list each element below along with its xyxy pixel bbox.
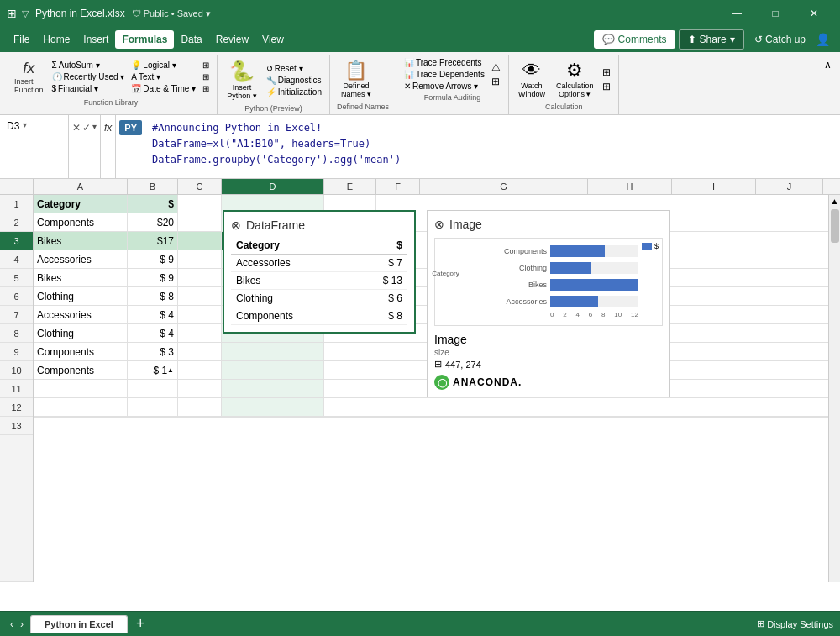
- calc-now-button[interactable]: ⊞: [600, 66, 613, 79]
- row-num-7[interactable]: 7: [0, 306, 33, 324]
- row-num-3[interactable]: 3: [0, 232, 33, 250]
- profile-button[interactable]: 👤: [812, 29, 833, 50]
- cell-a4[interactable]: Accessories: [34, 250, 128, 268]
- more-functions-button2[interactable]: ⊞: [200, 71, 212, 82]
- maximize-button[interactable]: □: [756, 0, 795, 27]
- datetime-button[interactable]: 📅 Date & Time ▾: [129, 83, 198, 94]
- calculation-options-button[interactable]: ⚙ CalculationOptions ▾: [552, 57, 598, 101]
- cell-a12[interactable]: [34, 398, 128, 416]
- logical-button[interactable]: 💡 Logical ▾: [129, 60, 198, 71]
- cell-a10[interactable]: Components: [34, 361, 128, 379]
- cell-b1[interactable]: $: [128, 195, 178, 213]
- vertical-scrollbar[interactable]: ▲: [828, 195, 840, 582]
- cell-e12[interactable]: [324, 398, 840, 416]
- cell-c5[interactable]: [178, 269, 222, 286]
- scroll-up-button[interactable]: ▲: [829, 195, 840, 208]
- menu-item-data[interactable]: Data: [174, 30, 208, 49]
- col-header-a[interactable]: A: [34, 179, 128, 194]
- comments-button[interactable]: 💬 Comments: [594, 30, 675, 49]
- cell-b4[interactable]: $ 9: [128, 250, 178, 268]
- cell-c3[interactable]: [178, 232, 222, 250]
- cell-c10[interactable]: [178, 361, 222, 379]
- col-header-c[interactable]: C: [178, 179, 222, 194]
- nav-left-button[interactable]: ‹: [7, 617, 17, 632]
- cell-c2[interactable]: [178, 213, 222, 231]
- row-num-6[interactable]: 6: [0, 287, 33, 306]
- cell-c12[interactable]: [178, 398, 222, 416]
- col-header-e[interactable]: E: [324, 179, 376, 194]
- trace-dependents-button[interactable]: 📊 Trace Dependents: [402, 69, 487, 80]
- row-num-13[interactable]: 13: [0, 417, 33, 435]
- cell-c9[interactable]: [178, 343, 222, 360]
- cell-a7[interactable]: Accessories: [34, 306, 128, 323]
- row-num-4[interactable]: 4: [0, 250, 33, 269]
- cell-c1[interactable]: [178, 195, 222, 213]
- more-functions-button3[interactable]: ⊞: [200, 83, 212, 94]
- cell-b12[interactable]: [128, 398, 178, 416]
- cell-d9[interactable]: [222, 343, 324, 360]
- menu-item-formulas[interactable]: Formulas: [115, 30, 174, 49]
- col-header-g[interactable]: G: [420, 179, 588, 194]
- window-controls[interactable]: — □ ✕: [717, 0, 833, 27]
- cell-a2[interactable]: Components: [34, 213, 128, 231]
- cell-reference[interactable]: D3 ▾: [0, 115, 69, 178]
- row-num-10[interactable]: 10: [0, 361, 33, 380]
- calc-sheet-button[interactable]: ⊞: [600, 80, 613, 93]
- error-check-button[interactable]: ⚠: [489, 60, 503, 74]
- cell-b10[interactable]: $ 1▲: [128, 361, 178, 379]
- sheet-tab-python[interactable]: Python in Excel: [30, 615, 128, 633]
- cell-a1[interactable]: Category: [34, 195, 128, 213]
- cell-b5[interactable]: $ 9: [128, 269, 178, 286]
- cell-c8[interactable]: [178, 324, 222, 342]
- remove-arrows-button[interactable]: ✕ Remove Arrows ▾: [402, 81, 487, 92]
- row-num-2[interactable]: 2: [0, 213, 33, 232]
- cell-b2[interactable]: $20: [128, 213, 178, 231]
- down-arrow-icon[interactable]: ▾: [92, 122, 97, 131]
- row-num-12[interactable]: 12: [0, 398, 33, 417]
- recently-used-button[interactable]: 🕐 Recently Used ▾: [50, 71, 128, 82]
- row-num-11[interactable]: 11: [0, 380, 33, 398]
- more-functions-button1[interactable]: ⊞: [200, 60, 212, 71]
- display-settings-button[interactable]: ⊞ Display Settings: [757, 618, 833, 629]
- cell-d11[interactable]: [222, 380, 324, 397]
- col-header-d[interactable]: D: [222, 179, 324, 194]
- menu-item-insert[interactable]: Insert: [76, 30, 115, 49]
- text-button[interactable]: A Text ▾: [129, 71, 198, 82]
- row-num-5[interactable]: 5: [0, 269, 33, 287]
- close-button[interactable]: ✕: [795, 0, 833, 27]
- insert-function-button[interactable]: fx InsertFunction: [10, 57, 48, 97]
- scroll-thumb[interactable]: [831, 209, 839, 243]
- initialization-button[interactable]: ⚡ Initialization: [264, 87, 324, 97]
- defined-names-button[interactable]: 📋 DefinedNames ▾: [337, 57, 375, 101]
- cell-c7[interactable]: [178, 306, 222, 323]
- checkmark-icon[interactable]: ✓: [82, 122, 91, 134]
- menu-item-home[interactable]: Home: [36, 30, 76, 49]
- cell-a9[interactable]: Components: [34, 343, 128, 360]
- menu-item-view[interactable]: View: [255, 30, 291, 49]
- insert-python-button[interactable]: 🐍 InsertPython ▾: [223, 57, 261, 102]
- minimize-button[interactable]: —: [717, 0, 756, 27]
- reset-button[interactable]: ↺ Reset ▾: [264, 63, 324, 74]
- row-num-1[interactable]: 1: [0, 195, 33, 213]
- cell-b11[interactable]: [128, 380, 178, 397]
- cell-b8[interactable]: $ 4: [128, 324, 178, 342]
- cell-c11[interactable]: [178, 380, 222, 397]
- autosum-button[interactable]: Σ AutoSum ▾: [50, 60, 128, 71]
- financial-button[interactable]: $ Financial ▾: [50, 83, 128, 94]
- col-header-h[interactable]: H: [588, 179, 672, 194]
- cell-b6[interactable]: $ 8: [128, 287, 178, 305]
- cell-a3[interactable]: Bikes: [34, 232, 128, 250]
- eval-formula-button[interactable]: ⊞: [489, 75, 503, 88]
- cell-b9[interactable]: $ 3: [128, 343, 178, 360]
- col-header-b[interactable]: B: [128, 179, 178, 194]
- formula-check-x[interactable]: ✕ ✓ ▾: [69, 115, 101, 178]
- diagnostics-button[interactable]: 🔧 Diagnostics: [264, 75, 324, 86]
- col-header-j[interactable]: J: [756, 179, 823, 194]
- cell-a11[interactable]: [34, 380, 128, 397]
- cell-d10[interactable]: [222, 361, 324, 379]
- ribbon-collapse-button[interactable]: ∧: [821, 55, 835, 74]
- cell-a6[interactable]: Clothing: [34, 287, 128, 305]
- share-button[interactable]: ⬆ Share ▾: [679, 29, 744, 50]
- cell-a5[interactable]: Bikes: [34, 269, 128, 286]
- row-num-9[interactable]: 9: [0, 343, 33, 361]
